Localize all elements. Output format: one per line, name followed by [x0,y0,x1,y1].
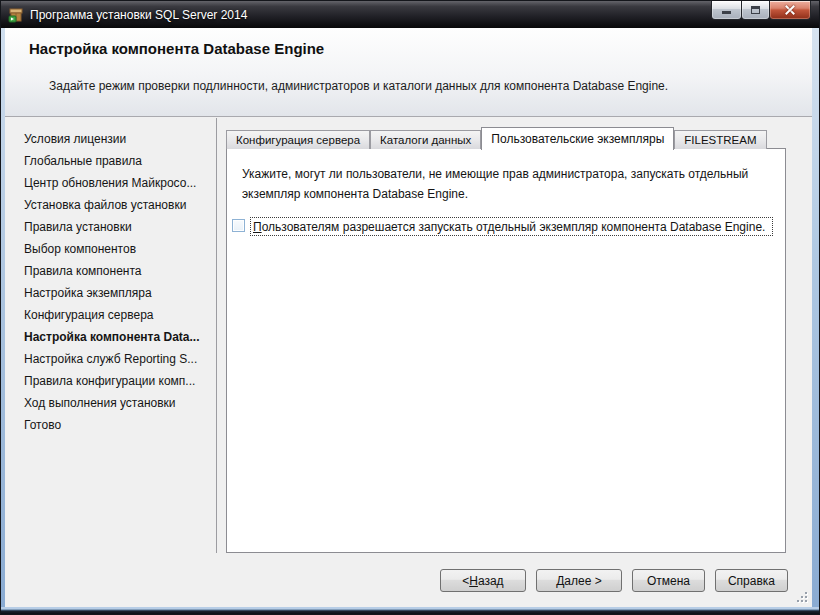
sidebar-item[interactable]: Правила конфигурации комп... [5,370,216,392]
setup-wizard-window: Программа установки SQL Server 2014 Наст… [0,0,820,615]
maximize-button[interactable] [741,1,770,20]
sidebar-item[interactable]: Выбор компонентов [5,238,216,260]
window-frame-right [812,28,819,607]
tab[interactable]: Конфигурация сервера [226,130,370,149]
sidebar-item[interactable]: Условия лицензии [5,128,216,150]
sidebar-item[interactable]: Ход выполнения установки [5,392,216,414]
tab[interactable]: Пользовательские экземпляры [481,127,674,150]
checkbox-row: Пользователям разрешается запускать отде… [232,217,773,236]
setup-box-icon[interactable] [8,7,24,23]
sidebar-item[interactable]: Настройка экземпляра [5,282,216,304]
close-icon [784,4,796,16]
maximize-icon [751,6,760,14]
wizard-body: Условия лицензииГлобальные правилаЦентр … [5,118,812,607]
back-button[interactable]: < Назад [440,569,526,592]
sidebar-item[interactable]: Центр обновления Майкросо... [5,172,216,194]
wizard-buttons: < НазадДалее >ОтменаСправка [440,569,788,592]
minimize-button[interactable] [711,1,742,20]
sidebar-nav: Условия лицензииГлобальные правилаЦентр … [5,118,217,553]
user-instances-checkbox[interactable] [232,219,245,232]
tab-bar: Конфигурация сервераКаталоги данныхПольз… [226,127,767,149]
window-title: Программа установки SQL Server 2014 [30,8,247,22]
close-button[interactable] [769,1,811,20]
sidebar-item[interactable]: Установка файлов установки [5,194,216,216]
user-instances-panel: Укажите, могут ли пользователи, не имеющ… [226,148,786,553]
client-area: Настройка компонента Database Engine Зад… [5,28,812,607]
page-subtitle: Задайте режим проверки подлинности, адми… [49,79,668,93]
sidebar-item[interactable]: Конфигурация сервера [5,304,216,326]
instruction-text: Укажите, могут ли пользователи, не имеющ… [242,164,771,204]
minimize-icon [722,11,731,14]
sidebar-item[interactable]: Настройка служб Reporting S... [5,348,216,370]
wizard-footer: < НазадДалее >ОтменаСправка [5,553,812,607]
help-button[interactable]: Справка [715,569,788,592]
sidebar-item[interactable]: Настройка компонента Data... [5,326,216,348]
user-instances-checkbox-label[interactable]: Пользователям разрешается запускать отде… [250,217,773,236]
titlebar[interactable]: Программа установки SQL Server 2014 [1,1,819,28]
window-controls [712,1,811,20]
window-frame-bottom [1,607,819,614]
sidebar-item[interactable]: Готово [5,414,216,436]
sidebar-item[interactable]: Правила компонента [5,260,216,282]
content-area: Конфигурация сервераКаталоги данныхПольз… [218,118,812,553]
cancel-button[interactable]: Отмена [632,569,705,592]
tab[interactable]: FILESTREAM [674,130,766,149]
sidebar-item[interactable]: Глобальные правила [5,150,216,172]
tab[interactable]: Каталоги данных [370,130,481,149]
next-button[interactable]: Далее > [536,569,622,592]
page-title: Настройка компонента Database Engine [29,40,324,57]
resize-grip[interactable] [796,591,809,604]
wizard-header: Настройка компонента Database Engine Зад… [5,28,812,117]
sidebar-item[interactable]: Правила установки [5,216,216,238]
